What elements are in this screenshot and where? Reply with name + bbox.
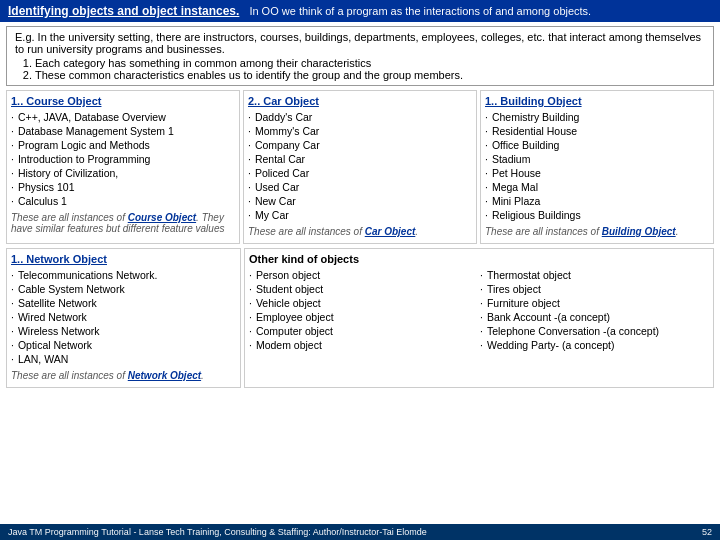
list-item: Company Car [248,138,472,152]
building-footer: These are all instances of Building Obje… [485,224,709,239]
list-item: Residential House [485,124,709,138]
list-item: Program Logic and Methods [11,138,235,152]
list-item: Furniture object [480,296,709,310]
list-item: Thermostat object [480,268,709,282]
car-link: Car Object [365,226,416,237]
list-item: Religious Buildings [485,208,709,222]
list-item: Tires object [480,282,709,296]
network-box: 1.. Network Object Telecommunications Ne… [6,248,241,388]
intro-point-1: Each category has something in common am… [35,57,705,69]
list-item: Wedding Party- (a concept) [480,338,709,352]
list-item: Modem object [249,338,478,352]
list-item: Policed Car [248,166,472,180]
list-item: My Car [248,208,472,222]
intro-main-text: E.g. In the university setting, there ar… [15,31,705,55]
list-item: Introduction to Programming [11,152,235,166]
building-link: Building Object [602,226,676,237]
network-footer: These are all instances of Network Objec… [11,368,236,383]
intro-list: Each category has something in common am… [35,57,705,81]
list-item: Wireless Network [11,324,236,338]
header-title: Identifying objects and object instances… [8,4,239,18]
list-item: Calculus 1 [11,194,235,208]
top-grid: 1.. Course Object C++, JAVA, Database Ov… [6,90,714,244]
list-item: Database Management System 1 [11,124,235,138]
intro-box: E.g. In the university setting, there ar… [6,26,714,86]
list-item: C++, JAVA, Database Overview [11,110,235,124]
car-box-title: 2.. Car Object [248,95,472,107]
footer-bar: Java TM Programming Tutorial - Lanse Tec… [0,524,720,540]
list-item: Office Building [485,138,709,152]
intro-point-2: These common characteristics enables us … [35,69,705,81]
building-box: 1.. Building Object Chemistry Building R… [480,90,714,244]
list-item: Daddy's Car [248,110,472,124]
network-box-title: 1.. Network Object [11,253,236,265]
course-box: 1.. Course Object C++, JAVA, Database Ov… [6,90,240,244]
network-list: Telecommunications Network. Cable System… [11,268,236,366]
course-link: Course Object [128,212,196,223]
footer-text: Java TM Programming Tutorial - Lanse Tec… [8,527,427,537]
header-bar: Identifying objects and object instances… [0,0,720,22]
course-box-title: 1.. Course Object [11,95,235,107]
other-grid: Person object Student object Vehicle obj… [249,268,709,352]
header-description: In OO we think of a program as the inter… [249,5,591,17]
list-item: Wired Network [11,310,236,324]
list-item: LAN, WAN [11,352,236,366]
list-item: Bank Account -(a concept) [480,310,709,324]
list-item: Chemistry Building [485,110,709,124]
course-footer: These are all instances of Course Object… [11,210,235,236]
other-box: Other kind of objects Person object Stud… [244,248,714,388]
list-item: Telephone Conversation -(a concept) [480,324,709,338]
list-item: Mommy's Car [248,124,472,138]
list-item: Used Car [248,180,472,194]
list-item: History of Civilization, [11,166,235,180]
list-item: Employee object [249,310,478,324]
other-box-title: Other kind of objects [249,253,709,265]
list-item: Stadium [485,152,709,166]
car-footer: These are all instances of Car Object. [248,224,472,239]
list-item: Vehicle object [249,296,478,310]
list-item: New Car [248,194,472,208]
building-list: Chemistry Building Residential House Off… [485,110,709,222]
bottom-grid: 1.. Network Object Telecommunications Ne… [6,248,714,388]
car-list: Daddy's Car Mommy's Car Company Car Rent… [248,110,472,222]
list-item: Telecommunications Network. [11,268,236,282]
course-list: C++, JAVA, Database Overview Database Ma… [11,110,235,208]
list-item: Optical Network [11,338,236,352]
list-item: Pet House [485,166,709,180]
other-list-left: Person object Student object Vehicle obj… [249,268,478,352]
list-item: Mega Mal [485,180,709,194]
building-box-title: 1.. Building Object [485,95,709,107]
list-item: Physics 101 [11,180,235,194]
list-item: Computer object [249,324,478,338]
footer-page: 52 [702,527,712,537]
other-list-right: Thermostat object Tires object Furniture… [480,268,709,352]
list-item: Cable System Network [11,282,236,296]
list-item: Student object [249,282,478,296]
network-link: Network Object [128,370,201,381]
list-item: Rental Car [248,152,472,166]
car-box: 2.. Car Object Daddy's Car Mommy's Car C… [243,90,477,244]
list-item: Satellite Network [11,296,236,310]
list-item: Mini Plaza [485,194,709,208]
list-item: Person object [249,268,478,282]
